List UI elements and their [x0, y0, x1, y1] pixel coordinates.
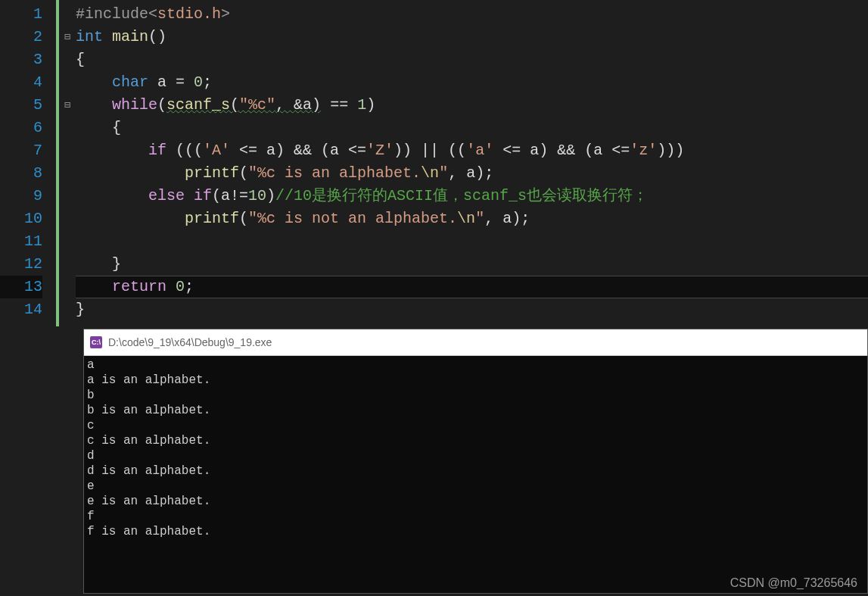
fold-spacer	[59, 3, 76, 26]
line-number: 2	[0, 26, 42, 48]
code-editor[interactable]: 1 2 3 4 5 6 7 8 9 10 11 12 13 14 ⊟ ⊟ #in…	[0, 0, 868, 326]
console-window[interactable]: C:\ D:\code\9_19\x64\Debug\9_19.exe a a …	[83, 329, 868, 594]
line-number: 5	[0, 94, 42, 117]
code-line-12[interactable]: }	[76, 253, 868, 276]
code-lines: #include<stdio.h> int main() { char a = …	[76, 3, 868, 321]
code-line-8[interactable]: printf("%c is an alphabet.\n", a);	[76, 162, 868, 185]
line-number: 3	[0, 48, 42, 71]
console-titlebar[interactable]: C:\ D:\code\9_19\x64\Debug\9_19.exe	[84, 329, 867, 356]
code-line-5[interactable]: while(scanf_s("%c", &a) == 1)	[76, 94, 868, 117]
code-line-3[interactable]: {	[76, 48, 868, 71]
line-number: 4	[0, 71, 42, 94]
code-line-14[interactable]: }	[76, 298, 868, 321]
code-line-1[interactable]: #include<stdio.h>	[76, 3, 868, 26]
fold-spacer	[59, 71, 76, 94]
line-number: 10	[0, 208, 42, 230]
console-title-text: D:\code\9_19\x64\Debug\9_19.exe	[108, 336, 272, 348]
line-number: 9	[0, 185, 42, 208]
line-number: 11	[0, 230, 42, 253]
console-app-icon: C:\	[90, 336, 102, 348]
line-number: 1	[0, 3, 42, 26]
code-line-6[interactable]: {	[76, 117, 868, 139]
line-number-gutter: 1 2 3 4 5 6 7 8 9 10 11 12 13 14	[0, 0, 59, 326]
code-text-area[interactable]: ⊟ ⊟ #include<stdio.h> int main() { char …	[59, 0, 868, 326]
line-number: 14	[0, 298, 42, 321]
code-line-13[interactable]: return 0;	[76, 276, 868, 298]
code-line-4[interactable]: char a = 0;	[76, 71, 868, 94]
fold-collapse-icon[interactable]: ⊟	[59, 94, 76, 117]
code-line-2[interactable]: int main()	[76, 26, 868, 48]
code-line-9[interactable]: else if(a!=10)//10是换行符的ASCII值，scanf_s也会读…	[76, 185, 868, 208]
console-output[interactable]: a a is an alphabet. b b is an alphabet. …	[84, 356, 867, 541]
fold-collapse-icon[interactable]: ⊟	[59, 26, 76, 48]
code-line-7[interactable]: if ((('A' <= a) && (a <='Z')) || (('a' <…	[76, 139, 868, 162]
fold-column: ⊟ ⊟	[59, 3, 76, 117]
watermark-text: CSDN @m0_73265646	[730, 576, 857, 590]
fold-spacer	[59, 48, 76, 71]
line-number: 13	[0, 276, 42, 298]
code-line-11[interactable]	[76, 230, 868, 253]
code-line-10[interactable]: printf("%c is not an alphabet.\n", a);	[76, 208, 868, 230]
line-number: 8	[0, 162, 42, 185]
line-number: 12	[0, 253, 42, 276]
line-number: 6	[0, 117, 42, 139]
line-number: 7	[0, 139, 42, 162]
